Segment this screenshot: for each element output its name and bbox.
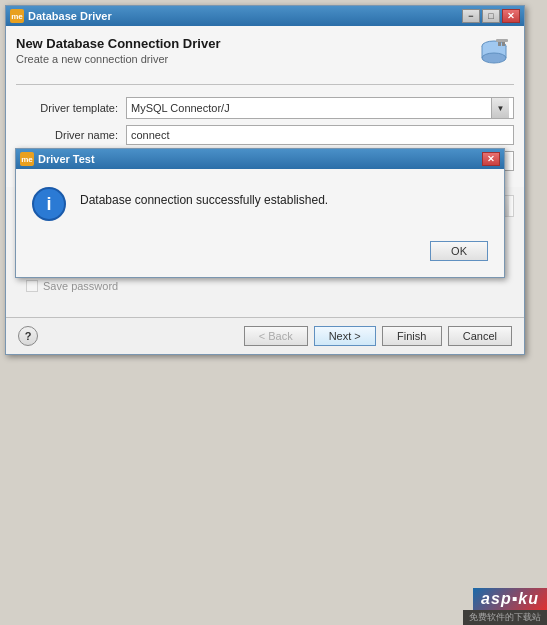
ok-button[interactable]: OK — [430, 241, 488, 261]
dialog-header: New Database Connection Driver Create a … — [16, 36, 514, 85]
svg-rect-7 — [496, 39, 508, 42]
watermark: asp▪ku 免费软件的下载站 — [463, 588, 547, 625]
next-button[interactable]: Next > — [314, 326, 376, 346]
driver-test-title-bar: me Driver Test ✕ — [16, 149, 504, 169]
maximize-button[interactable]: □ — [482, 9, 500, 23]
dialog-subtitle: Create a new connection driver — [16, 53, 220, 65]
driver-test-close-button[interactable]: ✕ — [482, 152, 500, 166]
driver-name-row: Driver name: — [16, 125, 514, 145]
database-svg — [476, 38, 512, 74]
driver-name-label: Driver name: — [16, 129, 126, 141]
close-button[interactable]: ✕ — [502, 9, 520, 23]
cancel-button[interactable]: Cancel — [448, 326, 512, 346]
driver-name-input[interactable] — [126, 125, 514, 145]
info-icon: i — [32, 187, 66, 221]
driver-template-row: Driver template: MySQL Connector/J ▼ — [16, 97, 514, 119]
driver-test-controls: ✕ — [482, 152, 500, 166]
chevron-down-icon: ▼ — [491, 98, 509, 118]
title-bar-controls: − □ ✕ — [462, 9, 520, 23]
dialog-header-text: New Database Connection Driver Create a … — [16, 36, 220, 65]
driver-test-title-left: me Driver Test — [20, 152, 95, 166]
database-icon — [474, 36, 514, 76]
watermark-brand: asp▪ku — [473, 588, 547, 610]
save-password-row: Save password — [16, 280, 514, 292]
driver-template-select[interactable]: MySQL Connector/J ▼ — [126, 97, 514, 119]
driver-template-label: Driver template: — [16, 102, 126, 114]
main-window-title: Database Driver — [28, 10, 112, 22]
main-title-bar: me Database Driver − □ ✕ — [6, 6, 524, 26]
title-bar-left: me Database Driver — [10, 9, 112, 23]
driver-test-app-icon: me — [20, 152, 34, 166]
driver-test-message: Database connection successfully establi… — [80, 185, 328, 209]
finish-button[interactable]: Finish — [382, 326, 442, 346]
save-password-checkbox — [26, 280, 38, 292]
driver-test-title: Driver Test — [38, 153, 95, 165]
driver-test-body: i Database connection successfully estab… — [32, 185, 488, 221]
dialog-footer: ? < Back Next > Finish Cancel — [6, 317, 524, 354]
ok-btn-row: OK — [32, 241, 488, 261]
back-button[interactable]: < Back — [244, 326, 308, 346]
driver-template-value: MySQL Connector/J — [131, 102, 230, 114]
driver-test-window: me Driver Test ✕ i Database connection s… — [15, 148, 505, 278]
watermark-sub: 免费软件的下载站 — [463, 610, 547, 625]
footer-right: < Back Next > Finish Cancel — [244, 326, 512, 346]
minimize-button[interactable]: − — [462, 9, 480, 23]
app-icon: me — [10, 9, 24, 23]
svg-point-2 — [482, 53, 506, 63]
help-button[interactable]: ? — [18, 326, 38, 346]
footer-left: ? — [18, 326, 38, 346]
dialog-title: New Database Connection Driver — [16, 36, 220, 51]
save-password-label: Save password — [43, 280, 118, 292]
driver-test-content: i Database connection successfully estab… — [16, 169, 504, 277]
